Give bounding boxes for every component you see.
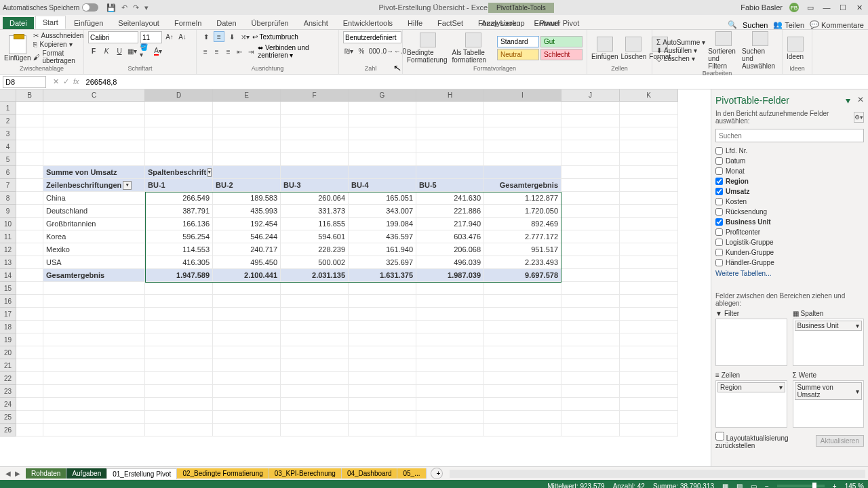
cell[interactable] xyxy=(145,295,213,308)
cell[interactable] xyxy=(281,140,349,153)
cell[interactable] xyxy=(281,333,349,346)
cell[interactable] xyxy=(213,295,281,308)
sheet-tab[interactable]: Rohdaten xyxy=(26,468,66,479)
cell[interactable] xyxy=(620,359,678,372)
tab-insert[interactable]: Einfügen xyxy=(67,17,110,29)
cell[interactable] xyxy=(281,411,349,424)
cell[interactable] xyxy=(213,102,281,115)
cell[interactable]: 221.886 xyxy=(416,205,484,218)
row-header[interactable]: 8 xyxy=(0,192,16,205)
row-header[interactable]: 26 xyxy=(0,424,16,436)
name-box[interactable] xyxy=(3,76,46,88)
sheet-tab-active[interactable]: 01_Erstellung Pivot xyxy=(107,468,177,479)
cell[interactable]: BU-3 xyxy=(281,179,349,192)
cell[interactable]: 228.239 xyxy=(281,243,349,256)
cell[interactable] xyxy=(349,102,416,115)
cell[interactable]: Spaltenbeschrift ▾ xyxy=(145,166,213,179)
tab-pagelayout[interactable]: Seitenlayout xyxy=(111,17,166,29)
col-header[interactable]: I xyxy=(484,89,561,102)
cell[interactable]: USA xyxy=(43,256,145,269)
autosave-toggle[interactable]: Automatisches Speichern xyxy=(3,3,98,12)
indent-right-icon[interactable]: ⇥ xyxy=(246,46,256,57)
cell[interactable] xyxy=(16,205,43,218)
user-avatar-icon[interactable]: FB xyxy=(789,3,799,12)
clear-button[interactable]: ◇ Löschen ▾ xyxy=(656,55,705,62)
cell[interactable] xyxy=(620,218,678,230)
cell[interactable] xyxy=(561,372,620,385)
cell[interactable] xyxy=(484,411,561,424)
cell[interactable] xyxy=(43,424,145,436)
cell[interactable] xyxy=(416,359,484,372)
cell[interactable] xyxy=(561,218,620,230)
cell[interactable] xyxy=(620,424,678,436)
cell[interactable] xyxy=(213,359,281,372)
save-icon[interactable]: 💾 xyxy=(106,3,116,12)
cell[interactable] xyxy=(620,102,678,115)
row-header[interactable]: 11 xyxy=(0,230,16,243)
cell[interactable] xyxy=(561,359,620,372)
cell[interactable] xyxy=(16,179,43,192)
cell[interactable] xyxy=(281,282,349,295)
cell[interactable]: Großbritannien xyxy=(43,218,145,230)
cut-button[interactable]: ✂ Ausschneiden xyxy=(33,32,83,39)
cell[interactable] xyxy=(561,127,620,140)
cell[interactable] xyxy=(213,127,281,140)
more-tables-link[interactable]: Weitere Tabellen... xyxy=(715,267,864,280)
col-header[interactable]: B xyxy=(16,89,43,102)
cell[interactable] xyxy=(484,295,561,308)
cell[interactable] xyxy=(213,153,281,166)
cell[interactable] xyxy=(561,321,620,333)
cell[interactable] xyxy=(416,385,484,398)
horizontal-scrollbar[interactable] xyxy=(450,470,865,478)
cells-insert-button[interactable]: Einfügen xyxy=(591,37,618,60)
cell[interactable] xyxy=(416,140,484,153)
accounting-icon[interactable]: ₪▾ xyxy=(343,45,354,56)
cell[interactable]: Summe von Umsatz xyxy=(43,166,145,179)
bold-icon[interactable]: F xyxy=(88,45,99,56)
field-item[interactable]: Umsatz xyxy=(715,187,864,196)
field-item[interactable]: Datum xyxy=(715,157,864,165)
cell[interactable]: 596.254 xyxy=(145,230,213,243)
cell[interactable] xyxy=(16,102,43,115)
tab-help[interactable]: Hilfe xyxy=(401,17,429,29)
cell[interactable]: China xyxy=(43,192,145,205)
cell[interactable]: 546.244 xyxy=(213,230,281,243)
align-top-icon[interactable]: ⬆ xyxy=(201,31,212,42)
cell[interactable] xyxy=(43,411,145,424)
cell[interactable] xyxy=(43,346,145,359)
font-select[interactable] xyxy=(88,31,138,43)
row-header[interactable]: 6 xyxy=(0,166,16,179)
row-header[interactable]: 22 xyxy=(0,372,16,385)
zoom-slider[interactable] xyxy=(777,485,825,487)
cell[interactable]: Zeilenbeschriftungen ▾ xyxy=(43,179,145,192)
tab-formulas[interactable]: Formeln xyxy=(167,17,208,29)
cell[interactable] xyxy=(213,411,281,424)
underline-icon[interactable]: U xyxy=(114,45,125,56)
cell[interactable] xyxy=(145,153,213,166)
cell[interactable] xyxy=(349,411,416,424)
formula-input[interactable]: 266548,8 xyxy=(83,78,868,86)
cell[interactable] xyxy=(145,385,213,398)
cell[interactable] xyxy=(416,153,484,166)
worksheet[interactable]: B C D E F G H I J K 12345678910111213141… xyxy=(0,89,711,466)
cell[interactable] xyxy=(561,385,620,398)
row-header[interactable]: 2 xyxy=(0,115,16,127)
paste-button[interactable]: Einfügen xyxy=(4,35,31,62)
filter-zone[interactable] xyxy=(715,319,787,366)
cell[interactable] xyxy=(561,115,620,127)
cell[interactable] xyxy=(620,127,678,140)
cell[interactable] xyxy=(416,372,484,385)
cell[interactable] xyxy=(484,308,561,321)
cell[interactable]: Deutschland xyxy=(43,205,145,218)
align-right-icon[interactable]: ≡ xyxy=(224,46,233,57)
row-header[interactable]: 10 xyxy=(0,218,16,230)
format-painter-button[interactable]: 🖌 Format übertragen xyxy=(33,49,83,64)
rows-zone[interactable]: Region▾ xyxy=(715,380,787,428)
cell[interactable] xyxy=(484,359,561,372)
cell[interactable] xyxy=(620,372,678,385)
cell[interactable]: 116.855 xyxy=(281,218,349,230)
row-header[interactable]: 13 xyxy=(0,256,16,269)
share-button[interactable]: 👥 Teilen xyxy=(773,20,804,29)
field-item[interactable]: Rücksendung xyxy=(715,207,864,216)
enter-formula-icon[interactable]: ✓ xyxy=(63,77,69,86)
